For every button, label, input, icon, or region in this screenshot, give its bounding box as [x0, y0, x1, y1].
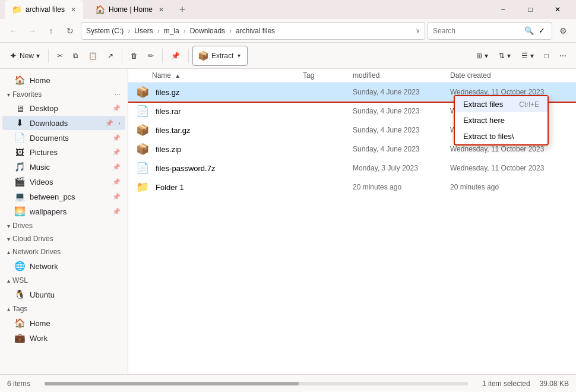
sidebar-item-wallpapers[interactable]: 🌅 wallpapers 📌	[2, 204, 125, 219]
menu-item-extract-to[interactable]: Extract to files\	[455, 128, 547, 144]
forward-button[interactable]: →	[24, 23, 40, 39]
sort-button[interactable]: ⇅▾	[494, 46, 515, 66]
documents-pin: 📌	[112, 134, 121, 142]
address-bar[interactable]: System (C:) › Users › m_la › Downloads ›…	[81, 22, 425, 40]
more-button[interactable]: ⋯	[555, 46, 571, 66]
layout-button[interactable]: ☰▾	[517, 46, 539, 66]
search-input[interactable]	[433, 27, 522, 35]
sidebar-item-ubuntu[interactable]: 🐧 Ubuntu	[2, 287, 125, 302]
wsl-header[interactable]: ▴ WSL	[0, 274, 128, 287]
search-action-icon: ✓	[536, 25, 547, 37]
drives-chevron: ▾	[7, 223, 10, 229]
content-area: Name ▲ Tag modified Date created 📦 files…	[128, 69, 576, 374]
extract-files-label: Extract files	[463, 100, 503, 109]
delete-icon: 🗑	[131, 52, 138, 60]
sidebar-item-home-tag[interactable]: 🏠 Home	[2, 316, 125, 330]
back-button[interactable]: ←	[5, 23, 21, 39]
extract-button[interactable]: 📦 Extract ▾	[192, 46, 248, 66]
tab-folder-icon: 📁	[12, 5, 22, 14]
sidebar-music-label: Music	[30, 163, 107, 172]
col-header-tag[interactable]: Tag	[303, 71, 350, 80]
favorites-expand[interactable]: ⋯	[115, 91, 121, 98]
tab-home-close[interactable]: ✕	[159, 6, 164, 14]
col-header-modified[interactable]: modified	[353, 71, 448, 80]
file-name: files.zip	[156, 145, 300, 154]
search-box[interactable]: 🔍 ✓	[428, 22, 552, 40]
new-tab-button[interactable]: +	[176, 4, 189, 16]
details-button[interactable]: □	[540, 46, 553, 66]
extract-label: Extract	[211, 52, 233, 60]
maximize-button[interactable]: □	[517, 0, 544, 19]
downloads-expand[interactable]: ›	[118, 119, 121, 127]
copy-button[interactable]: ⧉	[68, 46, 83, 66]
file-size: 39.08 KB	[540, 380, 569, 388]
selected-info: 1 item selected	[482, 380, 530, 388]
name-sort-arrow: ▲	[175, 72, 181, 79]
sidebar-item-documents[interactable]: 📄 Documents 📌	[2, 131, 125, 145]
extract-dropdown-chevron[interactable]: ▾	[236, 52, 242, 59]
file-created: Wednesday, 11 October 2023	[450, 145, 569, 153]
network-drives-header[interactable]: ▴ Network Drives	[0, 245, 128, 258]
view-button[interactable]: ⊞▾	[471, 46, 493, 66]
sidebar-item-network[interactable]: 🌐 Network	[2, 259, 125, 273]
menu-item-extract-here[interactable]: Extract here	[455, 112, 547, 128]
close-button[interactable]: ✕	[544, 0, 571, 19]
extract-to-label: Extract to files\	[463, 132, 514, 141]
menu-item-extract-files[interactable]: Extract files Ctrl+E	[455, 96, 547, 112]
favorites-header[interactable]: ▾ Favorites ⋯	[0, 88, 128, 101]
wallpapers-pin: 📌	[112, 208, 121, 216]
pictures-icon: 🖼	[14, 147, 25, 157]
refresh-button[interactable]: ↻	[62, 23, 78, 39]
rename-button[interactable]: ✏	[143, 46, 159, 66]
settings-button[interactable]: ⚙	[555, 23, 571, 39]
drives-label: Drives	[12, 222, 33, 230]
sidebar-wallpapers-label: wallpapers	[30, 207, 107, 216]
sidebar-item-between-pcs[interactable]: 💻 between_pcs 📌	[2, 189, 125, 204]
delete-button[interactable]: 🗑	[126, 46, 143, 66]
work-tag-icon: 💼	[14, 333, 25, 343]
sidebar-item-downloads[interactable]: ⬇ Downloads 📌 ›	[2, 116, 125, 130]
rename-icon: ✏	[148, 52, 154, 60]
paste-button[interactable]: 📋	[84, 46, 102, 66]
cut-button[interactable]: ✂	[52, 46, 68, 66]
tab-home-label: Home | Home	[109, 5, 153, 14]
sidebar-item-pictures[interactable]: 🖼 Pictures 📌	[2, 146, 125, 159]
pictures-pin: 📌	[112, 148, 121, 156]
col-header-name[interactable]: Name ▲	[152, 71, 300, 80]
share-button[interactable]: ↗	[103, 46, 118, 66]
details-icon: □	[545, 52, 549, 60]
search-icon: 🔍	[524, 26, 534, 35]
rename-button-2[interactable]: 📌	[166, 46, 185, 66]
minimize-button[interactable]: −	[489, 0, 517, 19]
table-row[interactable]: 📄 files-password.7z Monday, 3 July 2023 …	[128, 159, 576, 178]
ribbon-sep-4	[188, 49, 189, 63]
sort-icon: ⇅	[499, 52, 505, 60]
column-headers: Name ▲ Tag modified Date created	[128, 69, 576, 83]
cut-icon: ✂	[57, 52, 63, 60]
sidebar-item-work-tag[interactable]: 💼 Work	[2, 331, 125, 345]
new-button[interactable]: ✦ New ▾	[5, 46, 45, 66]
sidebar-item-home[interactable]: 🏠 Home	[2, 73, 125, 87]
sidebar-home-tag-label: Home	[30, 319, 121, 328]
sidebar-item-desktop[interactable]: 🖥 Desktop 📌	[2, 102, 125, 115]
file-modified: Sunday, 4 June 2023	[353, 107, 448, 115]
cloud-drives-header[interactable]: ▾ Cloud Drives	[0, 232, 128, 245]
scrollbar[interactable]	[45, 382, 468, 385]
titlebar: 📁 archival files ✕ 🏠 Home | Home ✕ + − □…	[0, 0, 576, 19]
tags-header[interactable]: ▴ Tags	[0, 302, 128, 315]
table-row[interactable]: 📁 Folder 1 20 minutes ago 20 minutes ago	[128, 178, 576, 197]
documents-icon: 📄	[14, 132, 25, 143]
tab-home[interactable]: 🏠 Home | Home ✕	[88, 0, 171, 19]
sidebar-item-videos[interactable]: 🎬 Videos 📌	[2, 175, 125, 189]
favorites-label: Favorites	[12, 90, 42, 99]
address-dropdown-arrow[interactable]: ∨	[416, 27, 420, 34]
col-header-created[interactable]: Date created	[450, 71, 569, 80]
tab-archival[interactable]: 📁 archival files ✕	[5, 0, 83, 19]
drives-header[interactable]: ▾ Drives	[0, 219, 128, 232]
up-button[interactable]: ↑	[43, 23, 59, 39]
sidebar-item-music[interactable]: 🎵 Music 📌	[2, 160, 125, 174]
tab-archival-close[interactable]: ✕	[71, 6, 76, 14]
home-tag-icon: 🏠	[14, 318, 25, 328]
sidebar-desktop-label: Desktop	[30, 104, 107, 113]
address-current: archival files	[236, 27, 275, 35]
